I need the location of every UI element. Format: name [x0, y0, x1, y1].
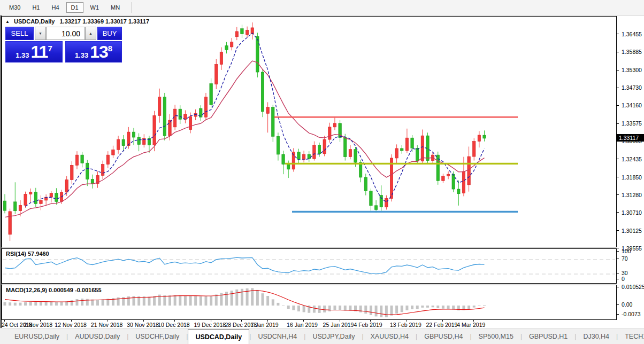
chart-tab-bar: EURUSD,Daily|AUDUSD,Daily|USDCHF,Daily|U…	[0, 329, 644, 344]
date-axis-label: 10 Dec 2018	[158, 322, 190, 328]
price-tick	[617, 159, 619, 159]
chart-ohlc-values: 1.33217 1.33369 1.33017 1.33117	[59, 18, 149, 25]
chart-collapse-icon[interactable]: ▲	[5, 19, 10, 24]
buy-price-big: 13	[90, 42, 108, 61]
date-axis-label: 2 Nov 2018	[24, 322, 52, 328]
timeframe-button-h4[interactable]: H4	[47, 2, 64, 13]
date-axis-label: 4 Mar 2019	[457, 322, 485, 328]
price-axis: 1.364551.358851.353001.347301.341601.335…	[617, 15, 644, 328]
chart-tab-sp500[interactable]: SP500,M15	[472, 329, 520, 344]
rsi-axis-label: 0	[622, 276, 625, 282]
price-axis-label: 1.30125	[622, 228, 642, 234]
macd-tick	[617, 314, 619, 315]
chart-tab-usdcnh[interactable]: USDCNH,H4	[251, 329, 304, 344]
price-tick	[617, 194, 619, 195]
rsi-tick	[617, 259, 619, 259]
toolbar-separator	[131, 2, 132, 13]
price-axis-label: 1.35300	[622, 67, 642, 73]
price-axis-label: 1.33575	[622, 120, 642, 127]
price-tick	[617, 52, 619, 52]
rsi-tick	[617, 279, 619, 279]
caret-up-icon: ▲	[89, 32, 93, 35]
price-axis-label: 1.32435	[622, 156, 642, 162]
macd-axis-label: 0.010525	[622, 284, 644, 290]
rsi-tick	[617, 251, 619, 252]
volume-decrease-button[interactable]: ▼	[35, 27, 46, 40]
macd-axis-label: -0.0073	[622, 311, 641, 317]
chart-tab-xauusd[interactable]: XAUUSD,H4	[364, 329, 416, 344]
timeframe-button-h1[interactable]: H1	[27, 2, 44, 13]
date-axis-label: 16 Jan 2019	[287, 322, 318, 328]
date-axis-label: 19 Dec 2018	[194, 322, 226, 328]
price-tick	[617, 212, 619, 213]
buy-price-prefix: 1.33	[75, 51, 88, 59]
macd-tick	[617, 304, 619, 305]
sell-price-prefix: 1.33	[16, 51, 29, 59]
chart-tab-usdjpy[interactable]: USDJPY,Daily	[305, 329, 362, 344]
macd-label: MACD(12,26,9) 0.000549 -0.001655	[6, 287, 102, 293]
date-axis-label: 13 Feb 2019	[390, 322, 421, 328]
date-axis-label: 7 Jan 2019	[251, 322, 279, 328]
buy-price-box[interactable]: 1.33 13 8	[65, 41, 122, 62]
price-axis-label: 1.36455	[622, 31, 642, 37]
price-tick	[617, 70, 619, 71]
date-axis-label: 22 Feb 2019	[426, 322, 457, 328]
rsi-panel[interactable]: RSI(14) 57.9460	[2, 248, 617, 284]
rsi-value: 57.9460	[28, 251, 49, 257]
price-axis-label: 1.31850	[622, 174, 642, 181]
price-axis-label: 1.35885	[622, 49, 642, 55]
rsi-plot[interactable]	[2, 249, 616, 283]
date-axis: 24 Oct 20182 Nov 201812 Nov 201821 Nov 2…	[2, 320, 617, 328]
price-axis-label: 1.30710	[622, 209, 642, 216]
price-tick	[617, 105, 619, 106]
sell-button[interactable]: SELL	[5, 27, 34, 40]
buy-price-pip: 8	[108, 44, 112, 53]
macd-tick	[617, 287, 619, 287]
timeframe-button-mn[interactable]: MN	[106, 2, 125, 13]
volume-input[interactable]: 10.00	[46, 27, 85, 40]
caret-down-icon: ▼	[39, 32, 42, 35]
rsi-tick	[617, 273, 619, 273]
volume-increase-button[interactable]: ▲	[85, 27, 96, 40]
timeframe-button-w1[interactable]: W1	[86, 2, 104, 13]
chart-tab-audusd[interactable]: AUDUSD,Daily	[68, 329, 127, 344]
price-tick	[617, 34, 619, 34]
date-axis-label: 12 Nov 2018	[55, 322, 87, 328]
sell-price-box[interactable]: 1.33 11 7	[5, 41, 63, 62]
sell-price-pip: 7	[48, 44, 52, 53]
chart-title: ▲ USDCAD,Daily 1.33217 1.33369 1.33017 1…	[5, 18, 149, 25]
timeframe-button-d1[interactable]: D1	[66, 2, 83, 13]
chart-tab-gbpusd[interactable]: GBPUSD,H4	[417, 329, 470, 344]
chart-tab-usdchf[interactable]: USDCHF,Daily	[128, 329, 186, 344]
current-price-tag: 1.33117	[617, 134, 644, 142]
chart-tab-usdcad[interactable]: USDCAD,Daily	[188, 329, 249, 344]
price-axis-label: 1.34730	[622, 84, 642, 91]
macd-axis-label: 0.00	[622, 301, 632, 308]
date-axis-label: 21 Nov 2018	[91, 322, 123, 328]
rsi-axis-label: 100	[622, 248, 631, 254]
timeframe-button-m30[interactable]: M30	[4, 2, 25, 13]
timeframe-toolbar: M30H1H4D1W1MN	[0, 0, 644, 15]
trading-terminal: M30H1H4D1W1MN ▲ USDCAD,Daily 1.33217 1.3…	[0, 0, 644, 344]
price-tick	[617, 123, 619, 124]
macd-panel[interactable]: MACD(12,26,9) 0.000549 -0.001655	[2, 285, 617, 320]
date-axis-label: 25 Jan 2019	[323, 322, 354, 328]
price-axis-label: 1.34160	[622, 102, 642, 108]
date-axis-label: 4 Feb 2019	[354, 322, 382, 328]
price-tick	[617, 248, 619, 248]
sell-price-big: 11	[31, 42, 48, 61]
macd-values: 0.000549 -0.001655	[49, 287, 101, 293]
price-tick	[617, 88, 619, 88]
chart-tab-gbpusd[interactable]: GBPUSD,H1	[522, 329, 574, 344]
chart-tab-dj30[interactable]: DJ30,H4	[576, 329, 616, 344]
price-axis-label: 1.31280	[622, 192, 642, 198]
rsi-axis-label: 70	[622, 255, 628, 262]
date-axis-label: 30 Nov 2018	[127, 322, 159, 328]
buy-button[interactable]: BUY	[97, 27, 122, 40]
chart-tab-eurusd[interactable]: EURUSD,Daily	[7, 329, 66, 344]
chart-symbol-label: USDCAD,Daily	[14, 18, 55, 25]
price-tick	[617, 177, 619, 177]
price-tick	[617, 230, 619, 231]
chart-tab-tech100[interactable]: TECH100,H1	[618, 329, 644, 344]
rsi-label: RSI(14) 57.9460	[6, 251, 49, 257]
